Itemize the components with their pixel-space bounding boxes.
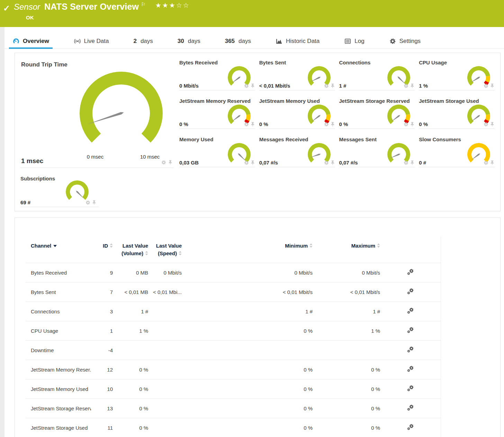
tab-settings[interactable]: Settings (389, 34, 421, 48)
column-header-last-value-volume[interactable]: Last Value (Volume) (113, 237, 148, 263)
pin-icon[interactable] (410, 160, 415, 167)
table-row[interactable]: CPU Usage11 %0 %1 % (25, 321, 441, 341)
pin-icon[interactable] (250, 160, 255, 167)
table-row[interactable]: JetStream Storage Reserv...130 %0 %0 % (25, 399, 441, 418)
table-row[interactable]: JetStream Memory Reser...120 %0 %0 % (25, 360, 441, 380)
channel-settings-gear-icon[interactable] (407, 426, 414, 431)
channel-settings-gear-icon[interactable] (407, 387, 414, 393)
gear-icon[interactable] (484, 83, 488, 90)
gauge-value: 0,07 #/s (339, 160, 358, 166)
tab-overview[interactable]: Overview (12, 34, 49, 48)
gauge-value: 1 % (419, 83, 428, 89)
column-header-channel[interactable]: Channel (25, 237, 91, 263)
column-header-minimum[interactable]: Minimum (182, 237, 313, 263)
column-header-maximum[interactable]: Maximum (313, 237, 380, 263)
table-row[interactable]: JetStream Storage Used110 %0 %0 % (25, 418, 441, 437)
gauge-tile-jetstream-memory-reserved[interactable]: JetStream Memory Reserved0 % (179, 96, 255, 129)
pin-icon[interactable] (490, 83, 495, 90)
tab-log[interactable]: Log (344, 34, 364, 48)
channel-settings-gear-icon[interactable] (407, 367, 414, 373)
gear-icon[interactable] (244, 83, 249, 90)
channel-settings-gear-icon[interactable] (407, 348, 414, 354)
table-row[interactable]: JetStream Memory Used100 %0 %0 % (25, 380, 441, 399)
tab-label: days (141, 38, 153, 45)
gauge-tile-title: JetStream Memory Used (259, 98, 320, 104)
gauge-tile-jetstream-memory-used[interactable]: JetStream Memory Used0 % (259, 96, 335, 129)
gauge-tile-jetstream-storage-reserved[interactable]: JetStream Storage Reserved0 % (339, 96, 415, 129)
round-trip-time-tile[interactable]: Round Trip Time 0 msec 10 msec 1 msec (20, 56, 173, 168)
channel-settings-gear-icon[interactable] (407, 406, 414, 412)
gear-icon[interactable] (324, 122, 329, 128)
gauge-tile-messages-sent[interactable]: Messages Sent0,07 #/s (339, 135, 415, 167)
minimum-value: < 0,01 Mbit/s (182, 283, 313, 302)
column-header-last-value-speed[interactable]: Last Value (Speed) (148, 237, 182, 263)
pin-icon[interactable] (490, 122, 495, 128)
table-row[interactable]: Downtime-4 (25, 341, 441, 360)
pin-icon[interactable] (250, 83, 255, 90)
tab-365-days[interactable]: 365days (225, 34, 251, 48)
channel-name: CPU Usage (25, 321, 91, 341)
channel-settings-gear-icon[interactable] (407, 329, 414, 335)
gear-icon[interactable] (244, 160, 249, 167)
column-header-id[interactable]: ID (91, 237, 113, 263)
tab-historic-data[interactable]: Historic Data (276, 34, 320, 48)
pin-icon[interactable] (330, 160, 335, 167)
tab-live-data[interactable]: Live Data (74, 34, 109, 48)
last-value-speed (148, 302, 182, 321)
gauge-tile-connections[interactable]: Connections1 # (339, 58, 415, 90)
gauge-icon (12, 38, 20, 45)
gear-icon[interactable] (86, 200, 90, 206)
minimum-value: 0 % (182, 380, 313, 399)
maximum-value: 0 % (313, 399, 380, 418)
gauge-tile-messages-received[interactable]: Messages Received0,07 #/s (259, 135, 335, 167)
channel-settings-gear-icon[interactable] (407, 309, 414, 315)
pin-icon[interactable] (490, 160, 495, 167)
table-row[interactable]: Bytes Sent7< 0,01 MB< 0,01 Mbi...< 0,01 … (25, 283, 441, 302)
priority-stars[interactable]: ★★★☆☆ (155, 1, 190, 9)
gauge-tile-slow-consumers[interactable]: Slow Consumers0 # (419, 135, 495, 167)
sort-desc-icon (53, 242, 57, 249)
gauge-tile-memory-used[interactable]: Memory Used0,03 GB (179, 135, 255, 167)
table-row[interactable]: Bytes Received90 MB0 Mbit/s0 Mbit/s0 Mbi… (25, 263, 441, 283)
gear-icon[interactable] (404, 160, 408, 167)
gear-icon[interactable] (161, 160, 166, 166)
tab-30-days[interactable]: 30days (178, 34, 200, 48)
tab-2-days[interactable]: 2days (133, 34, 153, 48)
pin-icon[interactable] (330, 83, 335, 90)
channel-name: JetStream Memory Used (25, 380, 91, 399)
gear-icon[interactable] (244, 122, 249, 128)
last-value-volume: 1 % (113, 321, 148, 341)
last-value-volume: 0 % (113, 399, 148, 418)
gear-icon[interactable] (484, 122, 488, 128)
pin-icon[interactable] (410, 122, 415, 128)
gauge-tile-bytes-received[interactable]: Bytes Received0 Mbit/s (179, 58, 255, 90)
maximum-value: 0 % (313, 418, 380, 437)
gauge-tile-bytes-sent[interactable]: Bytes Sent< 0,01 Mbit/s (259, 58, 335, 90)
last-value-speed (148, 360, 182, 380)
table-header-row: Channel ID Last Value (Volume) Last Valu… (25, 237, 441, 263)
pin-icon[interactable] (410, 83, 415, 90)
gauge-tile-jetstream-storage-used[interactable]: JetStream Storage Used0 % (419, 96, 495, 129)
gear-icon[interactable] (404, 122, 408, 128)
page-title: NATS Server Overview (44, 2, 139, 12)
gear-icon[interactable] (404, 83, 408, 90)
gauge-tile-subscriptions[interactable]: Subscriptions 69 # (20, 174, 99, 207)
table-row[interactable]: Connections31 #1 #1 # (25, 302, 441, 321)
channel-settings-gear-icon[interactable] (407, 270, 414, 276)
pin-icon[interactable] (250, 122, 255, 128)
gauge-tile-title: Bytes Received (179, 60, 218, 65)
channel-settings-gear-icon[interactable] (407, 290, 414, 296)
gear-icon[interactable] (324, 160, 329, 167)
gauge-tile-cpu-usage[interactable]: CPU Usage1 % (419, 58, 495, 90)
pin-icon[interactable] (330, 122, 335, 128)
gear-icon[interactable] (484, 160, 488, 167)
tab-number: 365 (225, 38, 235, 45)
pin-icon[interactable] (92, 200, 97, 206)
flag-icon[interactable]: ⚐ (141, 1, 145, 8)
pin-icon[interactable] (168, 160, 173, 166)
last-value-speed: 0 Mbit/s (148, 263, 182, 283)
gear-icon[interactable] (324, 83, 329, 90)
gauge-value: 1 # (339, 83, 346, 89)
last-value-volume: 0 MB (113, 263, 148, 283)
tab-label: Overview (23, 38, 49, 45)
